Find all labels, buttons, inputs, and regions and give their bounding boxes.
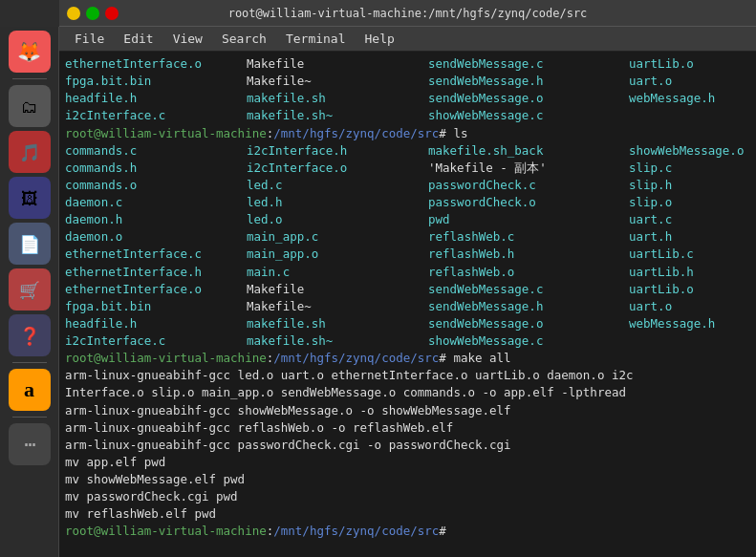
file-item: uart.c [629, 211, 756, 228]
file-item: makefile.sh~ [247, 332, 428, 350]
file-item: webMessage.h [629, 315, 756, 332]
file-item: slip.o [629, 194, 756, 211]
file-item: pwd [428, 211, 629, 228]
file-item: uart.o [629, 73, 756, 90]
prompt-line-1: root@william-virtual-machine:/mnt/hgfs/z… [65, 125, 750, 142]
file-item: ethernetInterface.o [65, 281, 247, 298]
titlebar: root@william-virtual-machine:/mnt/hgfs/z… [59, 0, 756, 27]
file-item: reflashWeb.c [428, 228, 629, 246]
make-output-line-5: arm-linux-gnueabihf-gcc passwordCheck.cg… [65, 437, 750, 454]
dock-separator-1 [12, 78, 47, 79]
dock-separator-3 [12, 417, 47, 418]
file-item: daemon.c [65, 194, 247, 211]
dock-separator-2 [12, 362, 47, 363]
file-item: headfile.h [65, 315, 247, 332]
file-item: fpga.bit.bin [65, 298, 247, 315]
menu-search[interactable]: Search [214, 30, 274, 48]
file-item: sendWebMessage.h [428, 298, 629, 315]
file-item: main_app.c [247, 228, 428, 246]
file-item: commands.c [65, 142, 247, 160]
dock-writer[interactable]: 📄 [9, 223, 51, 265]
make-output-mv-4: mv reflashWeb.elf pwd [65, 505, 750, 523]
dock-music[interactable]: 🎵 [9, 131, 51, 173]
file-item: main_app.o [247, 246, 428, 263]
terminal-content[interactable]: ethernetInterface.o Makefile sendWebMess… [59, 52, 756, 557]
make-output-line-3: arm-linux-gnueabihf-gcc showWebMessage.o… [65, 402, 750, 419]
file-item: 'Makefile - 副本' [428, 160, 629, 177]
file-item: sendWebMessage.h [428, 73, 629, 90]
file-item: led.h [247, 194, 428, 211]
make-output-mv-2: mv showWebMessage.elf pwd [65, 471, 750, 488]
file-item: uartLib.o [629, 55, 756, 73]
file-item: reflashWeb.o [428, 264, 629, 281]
file-item: Makefile~ [247, 73, 428, 90]
dock-photos[interactable]: 🖼 [9, 177, 51, 219]
file-item: fpga.bit.bin [65, 73, 247, 90]
dock-firefox[interactable]: 🦊 [9, 31, 51, 73]
dock-files[interactable]: 🗂 [9, 85, 51, 127]
file-item: sendWebMessage.o [428, 315, 629, 332]
file-item: i2cInterface.h [247, 142, 428, 160]
file-item: i2cInterface.c [65, 332, 247, 350]
file-item [629, 332, 756, 350]
file-item: showWebMessage.c [428, 332, 629, 350]
menu-file[interactable]: File [67, 30, 112, 48]
make-output-line-2: Interface.o slip.o main_app.o sendWebMes… [65, 384, 750, 401]
file-item: Makefile [247, 281, 428, 298]
file-item: passwordCheck.c [428, 177, 629, 194]
file-item: showWebMessage.c [428, 107, 629, 124]
file-item: i2cInterface.o [247, 160, 428, 177]
file-item: webMessage.h [629, 90, 756, 107]
make-output-line-1: arm-linux-gnueabihf-gcc led.o uart.o eth… [65, 367, 750, 384]
file-item: commands.o [65, 177, 247, 194]
file-item: makefile.sh~ [247, 107, 428, 124]
titlebar-controls [67, 7, 119, 20]
file-item: daemon.h [65, 211, 247, 228]
file-item: ethernetInterface.c [65, 246, 247, 263]
make-output-mv-1: mv app.elf pwd [65, 454, 750, 471]
maximize-button[interactable] [86, 7, 99, 20]
file-item: reflashWeb.h [428, 246, 629, 263]
file-item: Makefile [247, 55, 428, 73]
file-item: commands.h [65, 160, 247, 177]
menu-view[interactable]: View [165, 30, 210, 48]
minimize-button[interactable] [67, 7, 80, 20]
second-ls-output: commands.c i2cInterface.h makefile.sh_ba… [65, 142, 750, 351]
file-item: led.c [247, 177, 428, 194]
ubuntu-dock: 🦊 🗂 🎵 🖼 📄 🛒 ❓ a ⋯ [0, 27, 59, 557]
file-item: ethernetInterface.h [65, 264, 247, 281]
menu-terminal[interactable]: Terminal [278, 30, 354, 48]
file-item: uartLib.h [629, 264, 756, 281]
dock-amazon[interactable]: a [9, 369, 51, 411]
file-item: sendWebMessage.o [428, 90, 629, 107]
file-item: i2cInterface.c [65, 107, 247, 124]
file-item: passwordCheck.o [428, 194, 629, 211]
file-item: led.o [247, 211, 428, 228]
make-output-mv-3: mv passwordCheck.cgi pwd [65, 488, 750, 505]
menubar: File Edit View Search Terminal Help [59, 27, 756, 52]
dock-apps[interactable]: ⋯ [9, 423, 51, 465]
file-item: uartLib.o [629, 281, 756, 298]
file-item: Makefile~ [247, 298, 428, 315]
prompt-make-all: root@william-virtual-machine:/mnt/hgfs/z… [65, 350, 750, 367]
menu-edit[interactable]: Edit [116, 30, 161, 48]
file-item: makefile.sh [247, 90, 428, 107]
file-item: ethernetInterface.o [65, 55, 247, 73]
file-item: makefile.sh [247, 315, 428, 332]
terminal-window[interactable]: File Edit View Search Terminal Help ethe… [59, 27, 756, 557]
menu-help[interactable]: Help [357, 30, 402, 48]
dock-help[interactable]: ❓ [9, 314, 51, 356]
file-item: slip.h [629, 177, 756, 194]
file-item: sendWebMessage.c [428, 55, 629, 73]
file-item: main.c [247, 264, 428, 281]
file-item: slip.c [629, 160, 756, 177]
file-item: sendWebMessage.c [428, 281, 629, 298]
dock-store[interactable]: 🛒 [9, 268, 51, 311]
close-button[interactable] [105, 7, 119, 20]
file-item: uart.h [629, 228, 756, 246]
file-item: daemon.o [65, 228, 247, 246]
file-item [629, 107, 756, 124]
window-title: root@william-virtual-machine:/mnt/hgfs/z… [119, 7, 697, 20]
file-item: uart.o [629, 298, 756, 315]
file-item: uartLib.c [629, 246, 756, 263]
